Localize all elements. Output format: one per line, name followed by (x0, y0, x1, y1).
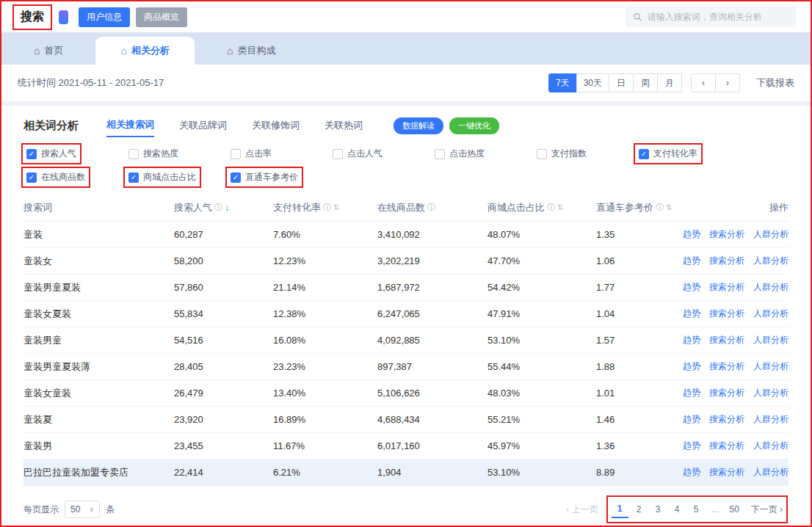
trend-link[interactable]: 趋势 (683, 255, 700, 267)
metric-toggle[interactable]: ✓ 支付转化率 (636, 145, 738, 162)
crowd-analysis-link[interactable]: 人群分析 (753, 281, 789, 294)
info-icon[interactable]: ⓘ (656, 202, 664, 213)
trend-link[interactable]: 趋势 (683, 387, 700, 399)
page-number[interactable]: 4 (669, 501, 686, 518)
page-size-select[interactable]: 50 ∨ (65, 501, 100, 518)
app-logo[interactable]: 搜索 (16, 8, 48, 26)
crowd-analysis-link[interactable]: 人群分析 (753, 440, 789, 452)
search-analysis-link[interactable]: 搜索分析 (709, 281, 744, 294)
trend-link[interactable]: 趋势 (683, 466, 700, 479)
range-button[interactable]: 7天 (548, 73, 577, 92)
crowd-analysis-link[interactable]: 人群分析 (753, 334, 789, 346)
analysis-tab[interactable]: 关联热词 (325, 115, 363, 137)
search-analysis-link[interactable]: 搜索分析 (709, 466, 744, 479)
crowd-analysis-link[interactable]: 人群分析 (753, 466, 789, 479)
range-button[interactable]: 日 (609, 73, 634, 92)
checkbox-icon[interactable]: ✓ (639, 149, 649, 159)
user-info-button[interactable]: 用户信息 (79, 7, 130, 27)
sort-icon[interactable]: ⇅ (557, 203, 563, 211)
checkbox-icon[interactable]: ✓ (128, 172, 139, 183)
search-popularity-cell: 23,455 (174, 440, 273, 451)
analysis-tab[interactable]: 关联品牌词 (179, 115, 227, 137)
search-analysis-link[interactable]: 搜索分析 (709, 334, 744, 346)
checkbox-icon[interactable]: ✓ (231, 149, 241, 159)
crowd-analysis-link[interactable]: 人群分析 (753, 255, 789, 267)
checkbox-icon[interactable]: ✓ (26, 172, 37, 183)
range-button[interactable]: 月 (657, 73, 682, 92)
crowd-analysis-link[interactable]: 人群分析 (753, 308, 789, 320)
page-number[interactable]: 5 (688, 501, 705, 518)
metric-toggle[interactable]: ✓ 在线商品数 (23, 169, 126, 186)
data-insight-pill[interactable]: 数据解读 (394, 117, 443, 134)
metric-toggle[interactable]: ✓ 搜索热度 (126, 145, 228, 162)
search-analysis-link[interactable]: 搜索分析 (709, 228, 744, 241)
checkbox-icon[interactable]: ✓ (128, 149, 139, 159)
trend-link[interactable]: 趋势 (683, 281, 700, 294)
search-analysis-link[interactable]: 搜索分析 (709, 308, 744, 320)
trend-link[interactable]: 趋势 (683, 308, 700, 320)
range-button[interactable]: 周 (633, 73, 658, 92)
checkbox-icon[interactable]: ✓ (435, 149, 445, 159)
metric-toggle[interactable]: ✓ 直通车参考价 (228, 169, 330, 186)
download-report-link[interactable]: 下载报表 (756, 76, 794, 90)
metric-box: ✓ 搜索热度 (126, 145, 181, 162)
crowd-analysis-link[interactable]: 人群分析 (753, 413, 789, 426)
sort-icon[interactable]: ⇅ (666, 203, 672, 211)
checkbox-icon[interactable]: ✓ (333, 149, 343, 159)
search-analysis-link[interactable]: 搜索分析 (709, 440, 744, 452)
nav-tab[interactable]: ⌂ 相关分析 (95, 37, 194, 65)
sort-icon[interactable]: ⇅ (333, 203, 339, 211)
col-header-ztc-reference-price[interactable]: 直通车参考价 ⓘ ⇅ (596, 201, 675, 214)
prev-period-button[interactable]: ‹ (691, 73, 716, 92)
analysis-tab[interactable]: 关联修饰词 (252, 115, 300, 137)
sort-desc-icon[interactable]: ↓ (225, 203, 229, 213)
crowd-analysis-link[interactable]: 人群分析 (753, 387, 789, 399)
one-key-optimize-pill[interactable]: 一键优化 (449, 117, 499, 134)
trend-link[interactable]: 趋势 (683, 413, 700, 426)
info-icon[interactable]: ⓘ (547, 202, 555, 213)
metric-toggle[interactable]: ✓ 商城点击占比 (126, 169, 228, 186)
info-icon[interactable]: ⓘ (214, 202, 222, 213)
trend-link[interactable]: 趋势 (683, 440, 700, 452)
checkbox-icon[interactable]: ✓ (537, 149, 547, 159)
metric-toggle[interactable]: ✓ 支付指数 (534, 145, 636, 162)
analysis-tab[interactable]: 相关搜索词 (106, 114, 154, 137)
prev-page-button[interactable]: ‹ 上一页 (566, 504, 598, 516)
col-header-online-products[interactable]: 在线商品数 ⓘ (377, 201, 487, 214)
trend-link[interactable]: 趋势 (683, 334, 700, 346)
next-page-button[interactable]: 下一页 › (751, 504, 783, 516)
nav-tab[interactable]: ⌂ 类目构成 (206, 37, 296, 65)
info-icon[interactable]: ⓘ (323, 202, 331, 213)
crowd-analysis-link[interactable]: 人群分析 (753, 228, 789, 241)
page-number[interactable]: 3 (650, 501, 667, 518)
col-header-search-popularity[interactable]: 搜索人气 ⓘ ↓ (174, 201, 273, 214)
metric-toggle[interactable]: ✓ 点击热度 (432, 145, 534, 162)
trend-link[interactable]: 趋势 (683, 228, 700, 241)
search-analysis-link[interactable]: 搜索分析 (709, 413, 744, 426)
search-analysis-link[interactable]: 搜索分析 (709, 360, 744, 373)
page-number[interactable]: 2 (631, 501, 648, 518)
product-overview-button[interactable]: 商品概览 (136, 7, 187, 27)
col-header-pay-conversion[interactable]: 支付转化率 ⓘ ⇅ (273, 201, 377, 214)
search-input[interactable] (648, 12, 789, 22)
page-number[interactable]: ... (707, 501, 724, 518)
search-analysis-link[interactable]: 搜索分析 (709, 387, 744, 399)
range-button[interactable]: 30天 (576, 73, 609, 92)
nav-tab[interactable]: ⌂ 首页 (13, 37, 84, 65)
col-header-actions: 操作 (675, 201, 789, 214)
page-number[interactable]: 1 (612, 501, 628, 518)
col-header-mall-click-share[interactable]: 商城点击占比 ⓘ ⇅ (487, 201, 596, 214)
crowd-analysis-link[interactable]: 人群分析 (753, 360, 789, 373)
checkbox-icon[interactable]: ✓ (26, 149, 37, 159)
metric-toggle[interactable]: ✓ 点击率 (228, 145, 330, 162)
trend-link[interactable]: 趋势 (683, 360, 700, 373)
metric-toggle[interactable]: ✓ 搜索人气 (23, 145, 126, 162)
next-period-button[interactable]: › (715, 73, 740, 92)
info-icon[interactable]: ⓘ (427, 202, 435, 213)
page-number[interactable]: 50 (726, 501, 743, 518)
metric-toggle[interactable]: ✓ 点击人气 (330, 145, 432, 162)
checkbox-icon[interactable]: ✓ (231, 172, 241, 183)
search-analysis-link[interactable]: 搜索分析 (709, 255, 744, 267)
search-box[interactable] (626, 7, 796, 27)
keyword-cell: 童装男 (23, 440, 174, 453)
